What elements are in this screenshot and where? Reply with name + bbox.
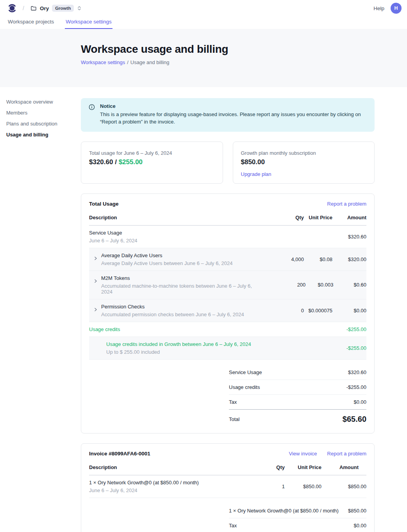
row-unit-price: $0.003 (305, 278, 333, 292)
row-amount: $0.60 (333, 278, 366, 292)
total-amount: $65.60 (343, 415, 366, 424)
topbar: / Ory Growth Help H (0, 0, 407, 16)
row-amount: $0.00 (332, 303, 366, 318)
notice-title: Notice (100, 103, 366, 109)
sidebar-item-usage-and-billing[interactable]: Usage and billing (6, 132, 73, 138)
invoice-card-header: Invoice #8099AFA6-0001 View invoice Repo… (81, 451, 374, 457)
content: Workspace overview Members Plans and sub… (0, 87, 407, 532)
sidebar-item-plans-and-subscription[interactable]: Plans and subscription (6, 121, 73, 127)
topbar-right: Help H (373, 3, 402, 14)
row-amount: -$255.00 (332, 341, 366, 355)
usage-used-amount: $320.60 (89, 158, 113, 166)
report-a-problem-link[interactable]: Report a problem (327, 451, 366, 457)
sidebar-item-workspace-overview[interactable]: Workspace overview (6, 99, 73, 105)
usage-summary: Service Usage $320.60 Usage credits -$25… (229, 365, 366, 425)
invoice-table: Description Qty Unit Price Amount 1 × Or… (89, 460, 366, 498)
row-qty: 1 (246, 479, 285, 494)
row-title: M2M Tokens (101, 275, 260, 281)
help-link[interactable]: Help (373, 5, 384, 11)
info-icon (89, 104, 95, 126)
workspace-name: Ory (40, 5, 49, 11)
tab-workspace-settings[interactable]: Workspace settings (65, 16, 112, 29)
invoice-card: Invoice #8099AFA6-0001 View invoice Repo… (81, 443, 375, 532)
row-title: Average Daily Active Users (101, 253, 233, 258)
column-description: Description (89, 460, 246, 475)
total-label: Total (229, 416, 239, 422)
row-unit-price: $0.08 (304, 252, 332, 267)
table-row-service-usage: Service Usage June 6 – July 6, 2024 $320… (89, 226, 366, 248)
table-row-m2m-tokens: M2M Tokens Accumulated machine-to-machin… (89, 271, 366, 299)
upgrade-plan-link[interactable]: Upgrade plan (241, 171, 271, 177)
main-panel: Notice This is a preview feature for dis… (81, 87, 375, 532)
notice-banner: Notice This is a preview feature for dis… (81, 98, 375, 132)
subscription-card: Growth plan monthly subscription $850.00… (233, 142, 375, 184)
total-usage-value: $320.60 / $255.00 (89, 158, 215, 166)
invoice-title: Invoice #8099AFA6-0001 (89, 451, 150, 457)
chevron-right-icon[interactable] (94, 307, 98, 313)
row-amount: $320.60 (332, 229, 366, 244)
workspace-tabs: Workspace projects Workspace settings (0, 16, 407, 29)
row-title: Usage credits (89, 326, 257, 332)
column-amount: Amount (321, 460, 366, 475)
table-row-average-daily-active-users: Average Daily Active Users Average Daily… (89, 248, 366, 271)
row-amount: -$255.00 (332, 322, 366, 337)
summary-amount: -$255.00 (346, 384, 366, 390)
total-usage-label: Total usage for June 6 – July 6, 2024 (89, 150, 215, 156)
invoice-summary: 1 × Ory Network Growth@0 (at $850.00 / m… (229, 503, 366, 532)
folder-icon (30, 5, 37, 11)
total-usage-table-card: Total Usage Report a problem Description… (81, 193, 375, 433)
breadcrumb-workspace-settings-link[interactable]: Workspace settings (81, 59, 125, 65)
invoice-line-item: 1 × Ory Network Growth@0 (at $850.00 / m… (89, 475, 366, 498)
row-description: Accumulated permission checks between Ju… (101, 312, 244, 317)
chevron-right-icon[interactable] (94, 278, 98, 284)
plan-badge: Growth (52, 5, 74, 12)
table-row-permission-checks: Permission Checks Accumulated permission… (89, 299, 366, 322)
row-title: Usage credits included in Growth between… (106, 341, 257, 347)
summary-amount: $850.00 (348, 508, 366, 514)
total-usage-card: Total usage for June 6 – July 6, 2024 $3… (81, 142, 223, 184)
row-period: June 6 – July 6, 2024 (89, 487, 246, 493)
page-header: Workspace usage and billing Workspace se… (0, 29, 407, 87)
row-period: June 6 – July 6, 2024 (89, 238, 257, 244)
summary-label: 1 × Ory Network Growth@0 (at $850.00 / m… (229, 508, 339, 514)
page: / Ory Growth Help H Workspace projects W… (0, 0, 407, 532)
column-qty: Qty (257, 210, 304, 225)
row-unit-price: $850.00 (285, 479, 321, 494)
usage-card-header: Total Usage Report a problem (81, 201, 374, 207)
row-description: Average Daily Active Users between June … (101, 260, 233, 266)
ory-logo-icon[interactable] (7, 3, 17, 13)
view-invoice-link[interactable]: View invoice (289, 451, 317, 457)
subscription-label: Growth plan monthly subscription (241, 150, 367, 156)
notice-body: This is a preview feature for displaying… (100, 111, 366, 126)
summary-label: Usage credits (229, 384, 260, 390)
usage-table-header: Description Qty Unit Price Amount (89, 210, 366, 226)
row-title: Service Usage (89, 230, 257, 236)
summary-row-tax: Tax $0.00 (229, 518, 366, 532)
report-a-problem-link[interactable]: Report a problem (327, 201, 366, 207)
chevron-right-icon[interactable] (94, 256, 98, 262)
row-qty: 0 (257, 303, 304, 318)
workspace-switcher[interactable]: Ory Growth (30, 5, 82, 12)
summary-row-plan: 1 × Ory Network Growth@0 (at $850.00 / m… (229, 503, 366, 518)
table-row-usage-credits: Usage credits -$255.00 (89, 322, 366, 337)
summary-label: Service Usage (229, 369, 262, 375)
table-row-usage-credits-included: Usage credits included in Growth between… (89, 337, 366, 360)
sidebar-item-members[interactable]: Members (6, 110, 73, 116)
row-title: Permission Checks (101, 304, 244, 310)
usage-separator: / (113, 158, 118, 166)
column-description: Description (89, 210, 257, 225)
usage-card-title: Total Usage (89, 201, 119, 207)
row-amount: $320.00 (332, 252, 366, 267)
tab-workspace-projects[interactable]: Workspace projects (7, 16, 55, 29)
summary-amount: $320.60 (348, 369, 366, 375)
settings-sidenav: Workspace overview Members Plans and sub… (6, 99, 73, 143)
breadcrumb-separator: / (23, 5, 24, 11)
summary-row-usage-credits: Usage credits -$255.00 (229, 380, 366, 395)
breadcrumb: Workspace settings/Usage and billing (81, 59, 407, 65)
row-description: Accumulated machine-to-machine tokens be… (101, 283, 260, 295)
summary-row-total: Total $65.60 (229, 410, 366, 425)
column-amount: Amount (332, 210, 366, 225)
summary-row-tax: Tax $0.00 (229, 395, 366, 410)
chevron-updown-icon[interactable] (77, 5, 82, 11)
avatar[interactable]: H (391, 3, 402, 14)
